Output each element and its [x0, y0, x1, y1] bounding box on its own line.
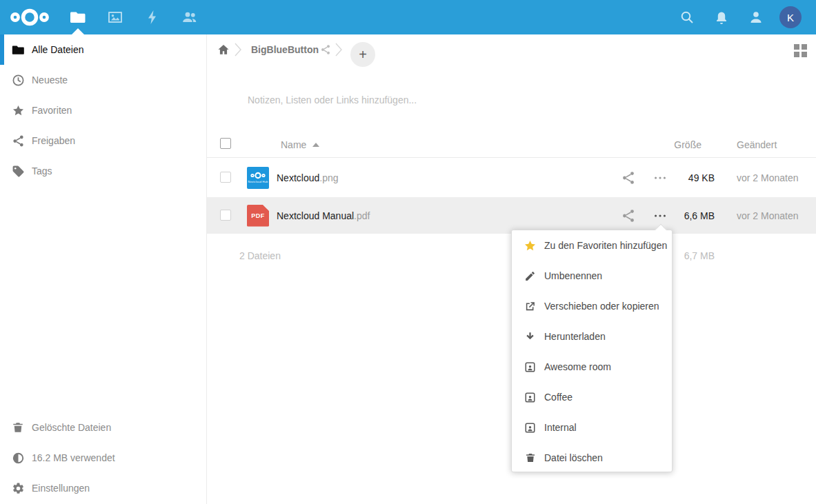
breadcrumb-share-icon[interactable] [320, 44, 331, 55]
search-icon[interactable] [679, 9, 695, 26]
sidebar-footer: Gelöschte Dateien 16.2 MB verwendet Eins… [0, 412, 206, 503]
user-avatar[interactable]: K [779, 6, 802, 28]
sidebar-item-settings[interactable]: Einstellungen [0, 473, 206, 503]
share-icon[interactable] [621, 208, 636, 223]
file-row-nextcloud-manual-pdf[interactable]: PDF Nextcloud Manual.pdf 6,6 MB vor 2 Mo… [207, 197, 816, 234]
file-size: 6,6 MB [684, 210, 715, 221]
column-header-size[interactable]: Größe [674, 139, 701, 150]
sidebar-item-label: Tags [32, 165, 52, 177]
menu-item-label: Coffee [544, 392, 573, 403]
files-app-icon[interactable] [70, 9, 86, 26]
nextcloud-files-app: K Alle Dateien Neueste Favoriten F [0, 0, 816, 504]
menu-item-label: Internal [544, 422, 577, 433]
file-name[interactable]: Nextcloud.png [277, 172, 339, 183]
move-icon [524, 300, 537, 313]
pencil-icon [524, 270, 537, 283]
breadcrumb-home-icon[interactable] [217, 43, 230, 56]
trash-icon [524, 452, 537, 465]
share-icon[interactable] [621, 170, 636, 185]
row-checkbox[interactable] [220, 210, 231, 221]
menu-item-download[interactable]: Herunterladen [512, 321, 672, 352]
breadcrumb-chevron-icon [334, 42, 344, 57]
room-icon [524, 391, 537, 404]
files-content: BigBlueButton + Notizen, Listen oder Lin… [207, 34, 816, 504]
total-size: 6,7 MB [684, 250, 715, 261]
image-file-thumbnail: Nextcloud Hub [247, 167, 269, 189]
photos-app-icon[interactable] [107, 9, 123, 26]
room-icon [524, 421, 537, 434]
nextcloud-logo-icon[interactable] [10, 8, 50, 27]
sidebar-item-label: Alle Dateien [32, 44, 84, 55]
menu-item-rename[interactable]: Umbenennen [512, 261, 672, 291]
menu-item-label: Zu den Favoriten hinzufügen [544, 240, 667, 251]
file-count: 2 Dateien [239, 250, 281, 261]
menu-item-internal[interactable]: Internal [512, 412, 672, 443]
sidebar-item-label: Neueste [32, 74, 68, 85]
notifications-bell-icon[interactable] [713, 9, 730, 26]
sidebar-item-label: 16.2 MB verwendet [32, 452, 115, 463]
trash-icon [11, 421, 25, 434]
star-icon [11, 103, 25, 117]
file-name[interactable]: Nextcloud Manual.pdf [277, 210, 370, 221]
avatar-initial: K [787, 12, 794, 23]
menu-item-label: Herunterladen [544, 331, 606, 342]
file-actions-menu: Zu den Favoriten hinzufügen Umbenennen V… [511, 230, 673, 472]
column-header-name[interactable]: Name [281, 139, 306, 150]
contacts-menu-icon[interactable] [748, 9, 764, 26]
sidebar-item-favorites[interactable]: Favoriten [0, 95, 206, 125]
sidebar-item-shares[interactable]: Freigaben [0, 125, 206, 156]
quota-icon [11, 451, 25, 465]
clock-icon [11, 73, 25, 87]
select-all-checkbox[interactable] [220, 138, 231, 149]
tag-icon [11, 164, 25, 178]
folder-icon [11, 43, 25, 57]
sidebar-item-deleted-files[interactable]: Gelöschte Dateien [0, 412, 206, 443]
menu-item-label: Awesome room [544, 361, 611, 372]
column-header-modified[interactable]: Geändert [737, 139, 777, 150]
file-modified: vor 2 Monaten [737, 210, 799, 221]
file-row-nextcloud-png[interactable]: Nextcloud Hub Nextcloud.png 49 KB vor 2 … [207, 158, 816, 197]
grid-view-toggle-icon[interactable] [794, 44, 807, 57]
download-icon [524, 330, 537, 343]
room-icon [524, 361, 537, 374]
thumbnail-label: Nextcloud Hub [248, 180, 268, 183]
sort-ascending-icon[interactable] [312, 143, 319, 147]
file-modified: vor 2 Monaten [737, 172, 799, 183]
menu-item-coffee[interactable]: Coffee [512, 382, 672, 412]
sidebar-item-all-files[interactable]: Alle Dateien [0, 34, 206, 65]
sidebar-item-tags[interactable]: Tags [0, 156, 206, 186]
menu-item-add-to-favorites[interactable]: Zu den Favoriten hinzufügen [512, 230, 672, 261]
breadcrumb-chevron-icon [233, 42, 243, 57]
file-list-header: Name Größe Geändert [207, 132, 816, 158]
menu-item-label: Datei löschen [544, 452, 603, 463]
activity-app-icon[interactable] [144, 9, 161, 26]
sidebar-item-label: Favoriten [32, 105, 72, 116]
menu-item-move-or-copy[interactable]: Verschieben oder kopieren [512, 291, 672, 321]
row-checkbox[interactable] [220, 172, 231, 183]
sidebar-item-label: Gelöschte Dateien [32, 422, 111, 433]
menu-item-label: Verschieben oder kopieren [544, 301, 659, 312]
sidebar-item-quota[interactable]: 16.2 MB verwendet [0, 443, 206, 473]
menu-item-delete-file[interactable]: Datei löschen [512, 443, 672, 473]
star-icon [524, 239, 537, 252]
actions-menu-icon[interactable] [653, 170, 668, 185]
menu-item-label: Umbenennen [544, 270, 602, 281]
top-bar: K [0, 0, 816, 34]
plus-icon: + [359, 47, 367, 63]
pdf-label: PDF [251, 212, 265, 219]
pdf-file-thumbnail: PDF [247, 205, 269, 227]
sidebar-item-label: Einstellungen [32, 483, 90, 494]
breadcrumb-folder-name[interactable]: BigBlueButton [251, 44, 319, 55]
sidebar: Alle Dateien Neueste Favoriten Freigaben… [0, 34, 207, 504]
gear-icon [11, 481, 25, 495]
file-extension: .png [319, 172, 338, 183]
share-icon [11, 134, 25, 148]
file-extension: .pdf [354, 210, 370, 221]
sidebar-item-recent[interactable]: Neueste [0, 65, 206, 95]
notes-placeholder[interactable]: Notizen, Listen oder Links hinzufügen... [248, 94, 417, 105]
contacts-app-icon[interactable] [181, 9, 198, 26]
active-app-indicator [72, 28, 84, 34]
new-file-button[interactable]: + [350, 42, 375, 67]
menu-item-awesome-room[interactable]: Awesome room [512, 352, 672, 382]
actions-menu-icon[interactable] [653, 208, 668, 223]
